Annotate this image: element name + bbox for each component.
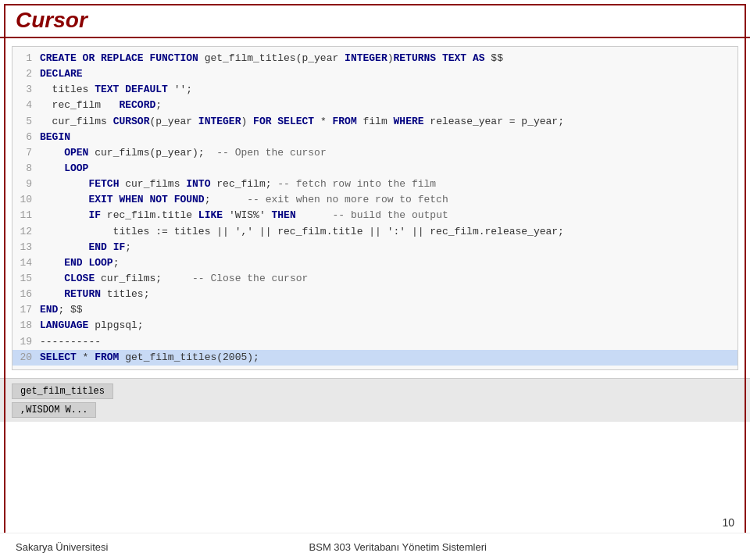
code-line-10: 10 EXIT WHEN NOT FOUND; -- exit when no …	[12, 192, 738, 208]
code-line-5: 5 cur_films CURSOR(p_year INTEGER) FOR S…	[12, 114, 738, 130]
result-value[interactable]: ,WISDOM W...	[12, 402, 96, 418]
line-content-18: LANGUAGE plpgsql;	[40, 318, 738, 334]
line-content-16: RETURN titles;	[40, 287, 738, 302]
result-area: get_film_titles ,WISDOM W...	[0, 378, 750, 422]
code-line-2: 2 DECLARE	[12, 66, 738, 82]
code-line-1: 1 CREATE OR REPLACE FUNCTION get_film_ti…	[12, 51, 738, 66]
page-container: Cursor 1 CREATE OR REPLACE FUNCTION get_…	[0, 0, 750, 560]
line-num-14: 14	[12, 255, 40, 271]
footer: Sakarya Üniversitesi BSM 303 Veritabanı …	[0, 533, 750, 560]
footer-university: Sakarya Üniversitesi	[16, 541, 109, 553]
line-num-8: 8	[12, 161, 40, 177]
line-content-13: END IF;	[40, 240, 738, 255]
line-num-20: 20	[12, 350, 40, 366]
code-line-15: 15 CLOSE cur_films; -- Close the cursor	[12, 271, 738, 287]
code-line-12: 12 titles := titles || ',' || rec_film.t…	[12, 224, 738, 240]
code-line-16: 16 RETURN titles;	[12, 287, 738, 302]
code-line-19: 19 ----------	[12, 334, 738, 350]
page-title: Cursor	[16, 8, 88, 32]
line-num-9: 9	[12, 177, 40, 192]
code-line-9: 9 FETCH cur_films INTO rec_film; -- fetc…	[12, 177, 738, 192]
line-content-19: ----------	[40, 334, 738, 350]
line-content-15: CLOSE cur_films; -- Close the cursor	[40, 271, 738, 287]
line-content-20: SELECT * FROM get_film_titles(2005);	[40, 350, 738, 366]
line-num-7: 7	[12, 145, 40, 161]
main-content: 1 CREATE OR REPLACE FUNCTION get_film_ti…	[12, 46, 738, 370]
header: Cursor	[0, 0, 750, 38]
line-content-6: BEGIN	[40, 130, 738, 145]
code-block: 1 CREATE OR REPLACE FUNCTION get_film_ti…	[12, 47, 738, 369]
line-content-8: LOOP	[40, 161, 738, 177]
code-line-7: 7 OPEN cur_films(p_year); -- Open the cu…	[12, 145, 738, 161]
code-line-11: 11 IF rec_film.title LIKE 'WIS%' THEN --…	[12, 208, 738, 223]
line-num-4: 4	[12, 98, 40, 113]
result-tab[interactable]: get_film_titles	[12, 383, 113, 399]
line-content-17: END; $$	[40, 302, 738, 318]
line-num-16: 16	[12, 287, 40, 302]
code-line-17: 17 END; $$	[12, 302, 738, 318]
line-num-6: 6	[12, 130, 40, 145]
line-content-11: IF rec_film.title LIKE 'WIS%' THEN -- bu…	[40, 208, 738, 223]
line-num-5: 5	[12, 114, 40, 130]
line-content-10: EXIT WHEN NOT FOUND; -- exit when no mor…	[40, 192, 738, 208]
line-num-2: 2	[12, 66, 40, 82]
code-line-20: 20 SELECT * FROM get_film_titles(2005);	[12, 350, 738, 366]
line-content-3: titles TEXT DEFAULT '';	[40, 82, 738, 98]
code-line-8: 8 LOOP	[12, 161, 738, 177]
line-num-18: 18	[12, 318, 40, 334]
line-content-12: titles := titles || ',' || rec_film.titl…	[40, 224, 738, 240]
line-content-5: cur_films CURSOR(p_year INTEGER) FOR SEL…	[40, 114, 738, 130]
line-num-13: 13	[12, 240, 40, 255]
line-content-1: CREATE OR REPLACE FUNCTION get_film_titl…	[40, 51, 738, 66]
code-line-13: 13 END IF;	[12, 240, 738, 255]
line-num-3: 3	[12, 82, 40, 98]
code-line-6: 6 BEGIN	[12, 130, 738, 145]
line-content-9: FETCH cur_films INTO rec_film; -- fetch …	[40, 177, 738, 192]
line-num-1: 1	[12, 51, 40, 66]
line-num-19: 19	[12, 334, 40, 350]
line-num-17: 17	[12, 302, 40, 318]
code-line-4: 4 rec_film RECORD;	[12, 98, 738, 113]
page-number: 10	[722, 516, 734, 529]
line-content-4: rec_film RECORD;	[40, 98, 738, 113]
line-content-14: END LOOP;	[40, 255, 738, 271]
line-num-12: 12	[12, 224, 40, 240]
code-line-18: 18 LANGUAGE plpgsql;	[12, 318, 738, 334]
line-num-10: 10	[12, 192, 40, 208]
line-num-11: 11	[12, 208, 40, 223]
line-content-7: OPEN cur_films(p_year); -- Open the curs…	[40, 145, 738, 161]
code-line-3: 3 titles TEXT DEFAULT '';	[12, 82, 738, 98]
line-content-2: DECLARE	[40, 66, 738, 82]
line-num-15: 15	[12, 271, 40, 287]
code-line-14: 14 END LOOP;	[12, 255, 738, 271]
footer-course: BSM 303 Veritabanı Yönetim Sistemleri	[309, 541, 487, 553]
